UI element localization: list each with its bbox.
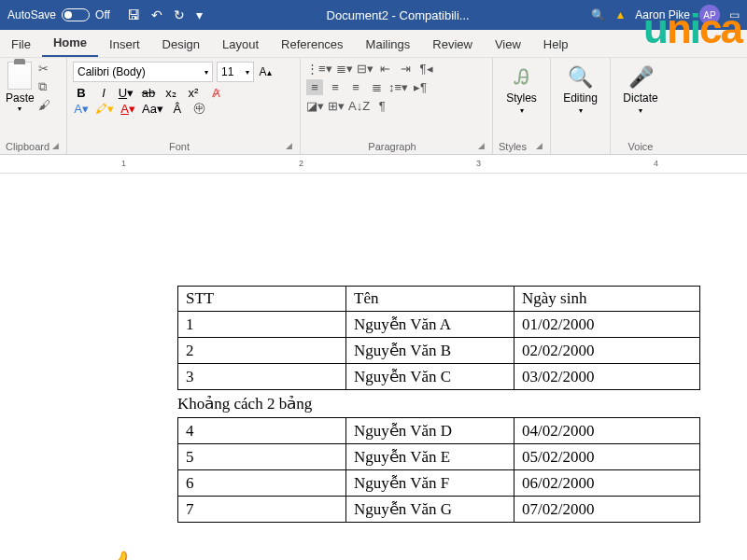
save-icon[interactable]: 🖫 — [127, 7, 140, 22]
tab-view[interactable]: View — [484, 32, 532, 57]
ruler-mark: 1 — [121, 159, 126, 168]
ruler-mark: 4 — [654, 159, 658, 168]
numbering-icon[interactable]: ≣▾ — [336, 62, 353, 76]
title-bar: AutoSave Off 🖫 ↶ ↻ ▾ Document2 - Compati… — [0, 0, 747, 30]
superscript-button[interactable]: x² — [185, 86, 202, 100]
character-scale-icon[interactable]: Â — [169, 102, 186, 116]
enclose-icon[interactable]: ㊥ — [191, 100, 208, 117]
table-row: 5Nguyễn Văn E05/02/2000 — [178, 444, 700, 470]
dictate-button[interactable]: 🎤 Dictate ▾ — [616, 62, 665, 119]
multilevel-icon[interactable]: ⊟▾ — [357, 62, 374, 76]
launcher-icon[interactable]: ◢ — [286, 141, 294, 150]
align-left-icon[interactable]: ≡ — [306, 79, 323, 95]
tab-insert[interactable]: Insert — [98, 32, 151, 57]
subscript-button[interactable]: x₂ — [162, 86, 179, 100]
group-label-editing — [557, 150, 604, 152]
quick-access-toolbar: 🖫 ↶ ↻ ▾ — [118, 7, 212, 22]
header-cell[interactable]: Ngày sinh — [514, 287, 700, 312]
borders-icon[interactable]: ⊞▾ — [328, 99, 345, 113]
clear-formatting-icon[interactable]: A̷ — [207, 86, 224, 100]
table-row: 4Nguyễn Văn D04/02/2000 — [178, 418, 700, 444]
ruler-mark: 3 — [476, 159, 481, 168]
chevron-down-icon: ▾ — [520, 106, 524, 115]
tab-home[interactable]: Home — [42, 30, 98, 57]
launcher-icon[interactable]: ◢ — [52, 141, 61, 150]
group-label-voice: Voice — [616, 139, 665, 152]
tab-layout[interactable]: Layout — [211, 32, 270, 57]
tab-help[interactable]: Help — [532, 32, 580, 57]
microphone-icon: 🎤 — [628, 65, 654, 90]
group-label-paragraph: Paragraph — [368, 139, 416, 152]
tab-design[interactable]: Design — [151, 32, 211, 57]
strikethrough-button[interactable]: ab — [140, 86, 157, 100]
format-painter-icon[interactable]: 🖌 — [38, 98, 50, 112]
launcher-icon[interactable]: ◢ — [536, 141, 544, 150]
horizontal-ruler[interactable]: 1 2 3 4 — [0, 155, 747, 174]
document-area[interactable]: STT Tên Ngày sinh 1Nguyễn Văn A01/02/200… — [0, 174, 747, 523]
qat-dropdown-icon[interactable]: ▾ — [196, 7, 203, 22]
group-clipboard: Paste ▾ ✂ ⧉ 🖌 Clipboard◢ — [0, 58, 67, 154]
font-size-combo[interactable]: 11▾ — [217, 62, 254, 82]
table-row: 3Nguyễn Văn C03/02/2000 — [178, 364, 700, 390]
align-center-icon[interactable]: ≡ — [327, 80, 344, 94]
bold-button[interactable]: B — [73, 86, 90, 100]
chevron-down-icon: ▾ — [579, 106, 583, 115]
ruler-mark: 2 — [299, 159, 303, 168]
cut-icon[interactable]: ✂ — [38, 62, 50, 76]
italic-button[interactable]: I — [95, 86, 112, 100]
chevron-down-icon: ▾ — [246, 68, 249, 77]
group-paragraph: ⋮≡▾ ≣▾ ⊟▾ ⇤ ⇥ ¶◂ ≡ ≡ ≡ ≣ ↕≡▾ ▸¶ ◪▾ ⊞▾ A↓… — [301, 58, 493, 154]
table-header-row: STT Tên Ngày sinh — [178, 287, 700, 312]
justify-icon[interactable]: ≣ — [368, 80, 385, 94]
data-table-1[interactable]: STT Tên Ngày sinh 1Nguyễn Văn A01/02/200… — [177, 286, 700, 390]
data-table-2[interactable]: 4Nguyễn Văn D04/02/2000 5Nguyễn Văn E05/… — [177, 417, 700, 523]
text-effects-icon[interactable]: A▾ — [73, 102, 90, 116]
launcher-icon[interactable]: ◢ — [478, 141, 486, 150]
tab-review[interactable]: Review — [421, 32, 484, 57]
gap-text[interactable]: Khoảng cách 2 bảng — [177, 390, 710, 417]
ribbon: Paste ▾ ✂ ⧉ 🖌 Clipboard◢ Calibri (Body)▾… — [0, 58, 747, 155]
undo-icon[interactable]: ↶ — [151, 7, 162, 22]
header-cell[interactable]: STT — [178, 287, 346, 312]
autosave-toggle[interactable]: AutoSave Off — [0, 8, 118, 21]
bullets-icon[interactable]: ⋮≡▾ — [306, 62, 332, 76]
copy-icon[interactable]: ⧉ — [38, 79, 50, 94]
chevron-down-icon: ▾ — [639, 106, 642, 115]
group-label-clipboard: Clipboard — [6, 139, 49, 152]
decrease-indent-icon[interactable]: ⇤ — [377, 62, 394, 76]
autosave-state: Off — [95, 8, 110, 21]
chevron-down-icon: ▾ — [204, 68, 208, 77]
paste-icon — [7, 62, 32, 90]
line-spacing-icon[interactable]: ↕≡▾ — [388, 80, 408, 94]
font-color-icon[interactable]: A▾ — [120, 102, 136, 116]
ltr-icon[interactable]: ¶◂ — [418, 62, 435, 76]
shading-icon[interactable]: ◪▾ — [306, 99, 324, 113]
tab-file[interactable]: File — [0, 32, 42, 57]
paste-button[interactable]: Paste ▾ — [6, 62, 35, 113]
show-marks-icon[interactable]: ¶ — [374, 99, 390, 113]
styles-button[interactable]: Ꭿ Styles ▾ — [499, 62, 544, 119]
group-label-styles: Styles — [499, 139, 527, 152]
search-icon[interactable]: 🔍 — [591, 8, 605, 21]
redo-icon[interactable]: ↻ — [174, 7, 185, 22]
rtl-icon[interactable]: ▸¶ — [412, 80, 429, 94]
tab-mailings[interactable]: Mailings — [355, 32, 422, 57]
styles-icon: Ꭿ — [514, 65, 529, 90]
change-case-icon[interactable]: Aa▾ — [142, 102, 163, 116]
font-name-combo[interactable]: Calibri (Body)▾ — [73, 62, 213, 82]
header-cell[interactable]: Tên — [346, 287, 514, 312]
highlight-icon[interactable]: 🖍▾ — [95, 102, 114, 116]
editing-button[interactable]: 🔍 Editing ▾ — [557, 62, 604, 119]
align-right-icon[interactable]: ≡ — [347, 80, 364, 94]
toggle-icon — [62, 8, 90, 21]
increase-indent-icon[interactable]: ⇥ — [398, 62, 415, 76]
table-row: 7Nguyễn Văn G07/02/2000 — [178, 497, 700, 523]
watermark-logo: unica — [643, 6, 741, 52]
sort-icon[interactable]: A↓Z — [348, 99, 370, 113]
tab-references[interactable]: References — [270, 32, 354, 57]
editing-label: Editing — [563, 91, 598, 105]
dictate-label: Dictate — [623, 91, 657, 105]
table-row: 1Nguyễn Văn A01/02/2000 — [178, 312, 700, 338]
grow-font-icon[interactable]: A▴ — [258, 64, 273, 79]
underline-button[interactable]: U▾ — [118, 86, 134, 100]
